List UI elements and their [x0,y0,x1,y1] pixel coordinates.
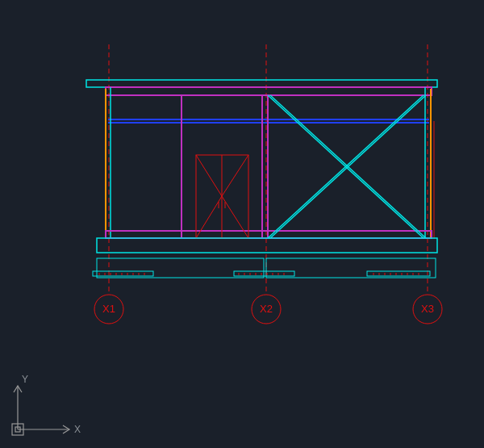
foundation-right [266,258,436,278]
cad-canvas[interactable]: X1 X2 X3 X Y [0,0,484,448]
svg-line-5 [222,196,248,238]
cross-brace [268,95,426,238]
footing-3 [367,271,430,276]
svg-line-4 [222,155,248,196]
svg-line-3 [196,196,222,238]
grid-bubble-x1: X1 [94,295,123,324]
grid-label-x1: X1 [102,303,115,315]
grid-label-x2: X2 [260,303,273,315]
grid-bubble-x3: X3 [413,295,442,324]
roof-header [106,87,432,95]
grid-label-x3: X3 [421,303,434,315]
floor-slab [97,238,437,253]
ucs-icon: X Y [12,374,81,435]
roof-slab [86,80,437,87]
ucs-x-label: X [74,424,81,435]
door [196,155,248,238]
rebar-ticks [99,273,419,275]
ucs-y-label: Y [22,374,28,385]
svg-line-2 [196,155,222,196]
grid-bubble-x2: X2 [252,295,281,324]
